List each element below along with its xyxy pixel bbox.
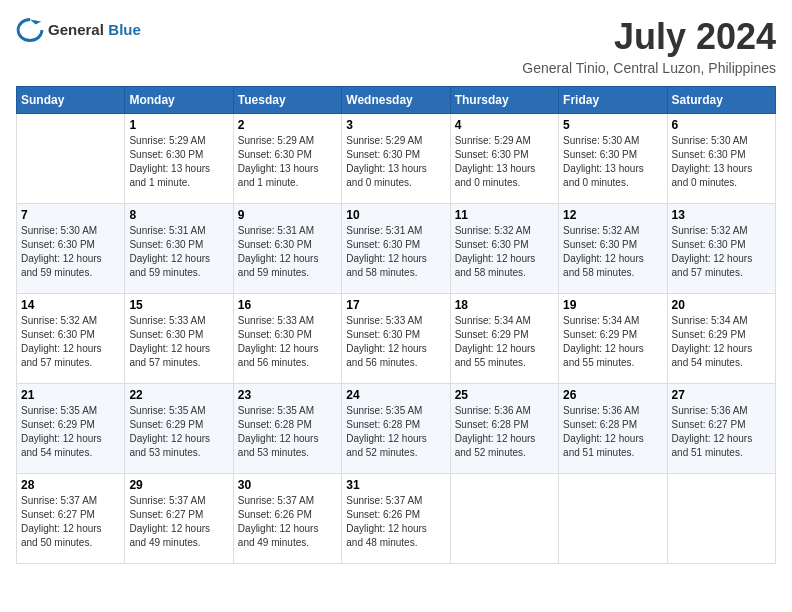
calendar-cell bbox=[450, 474, 558, 564]
cell-info: Sunrise: 5:31 AMSunset: 6:30 PMDaylight:… bbox=[238, 224, 337, 280]
calendar-cell: 11 Sunrise: 5:32 AMSunset: 6:30 PMDaylig… bbox=[450, 204, 558, 294]
calendar-table: SundayMondayTuesdayWednesdayThursdayFrid… bbox=[16, 86, 776, 564]
calendar-cell: 23 Sunrise: 5:35 AMSunset: 6:28 PMDaylig… bbox=[233, 384, 341, 474]
day-header-monday: Monday bbox=[125, 87, 233, 114]
day-number: 10 bbox=[346, 208, 445, 222]
calendar-cell: 15 Sunrise: 5:33 AMSunset: 6:30 PMDaylig… bbox=[125, 294, 233, 384]
day-number: 28 bbox=[21, 478, 120, 492]
cell-info: Sunrise: 5:33 AMSunset: 6:30 PMDaylight:… bbox=[129, 314, 228, 370]
calendar-cell: 3 Sunrise: 5:29 AMSunset: 6:30 PMDayligh… bbox=[342, 114, 450, 204]
calendar-cell bbox=[559, 474, 667, 564]
calendar-cell: 14 Sunrise: 5:32 AMSunset: 6:30 PMDaylig… bbox=[17, 294, 125, 384]
day-number: 8 bbox=[129, 208, 228, 222]
day-number: 13 bbox=[672, 208, 771, 222]
week-row-1: 1 Sunrise: 5:29 AMSunset: 6:30 PMDayligh… bbox=[17, 114, 776, 204]
day-number: 16 bbox=[238, 298, 337, 312]
cell-info: Sunrise: 5:29 AMSunset: 6:30 PMDaylight:… bbox=[346, 134, 445, 190]
cell-info: Sunrise: 5:30 AMSunset: 6:30 PMDaylight:… bbox=[672, 134, 771, 190]
location-subtitle: General Tinio, Central Luzon, Philippine… bbox=[522, 60, 776, 76]
cell-info: Sunrise: 5:37 AMSunset: 6:26 PMDaylight:… bbox=[346, 494, 445, 550]
calendar-cell: 16 Sunrise: 5:33 AMSunset: 6:30 PMDaylig… bbox=[233, 294, 341, 384]
cell-info: Sunrise: 5:37 AMSunset: 6:26 PMDaylight:… bbox=[238, 494, 337, 550]
day-number: 24 bbox=[346, 388, 445, 402]
day-header-saturday: Saturday bbox=[667, 87, 775, 114]
cell-info: Sunrise: 5:35 AMSunset: 6:29 PMDaylight:… bbox=[129, 404, 228, 460]
page-header: General Blue July 2024 General Tinio, Ce… bbox=[16, 16, 776, 76]
cell-info: Sunrise: 5:37 AMSunset: 6:27 PMDaylight:… bbox=[21, 494, 120, 550]
cell-info: Sunrise: 5:32 AMSunset: 6:30 PMDaylight:… bbox=[455, 224, 554, 280]
calendar-cell: 31 Sunrise: 5:37 AMSunset: 6:26 PMDaylig… bbox=[342, 474, 450, 564]
day-number: 31 bbox=[346, 478, 445, 492]
day-number: 7 bbox=[21, 208, 120, 222]
day-number: 17 bbox=[346, 298, 445, 312]
calendar-cell: 9 Sunrise: 5:31 AMSunset: 6:30 PMDayligh… bbox=[233, 204, 341, 294]
calendar-cell: 6 Sunrise: 5:30 AMSunset: 6:30 PMDayligh… bbox=[667, 114, 775, 204]
day-header-row: SundayMondayTuesdayWednesdayThursdayFrid… bbox=[17, 87, 776, 114]
day-number: 19 bbox=[563, 298, 662, 312]
day-number: 5 bbox=[563, 118, 662, 132]
calendar-cell: 8 Sunrise: 5:31 AMSunset: 6:30 PMDayligh… bbox=[125, 204, 233, 294]
calendar-cell bbox=[667, 474, 775, 564]
day-number: 4 bbox=[455, 118, 554, 132]
day-number: 25 bbox=[455, 388, 554, 402]
cell-info: Sunrise: 5:29 AMSunset: 6:30 PMDaylight:… bbox=[455, 134, 554, 190]
cell-info: Sunrise: 5:35 AMSunset: 6:28 PMDaylight:… bbox=[238, 404, 337, 460]
calendar-cell: 20 Sunrise: 5:34 AMSunset: 6:29 PMDaylig… bbox=[667, 294, 775, 384]
logo-general: General bbox=[48, 21, 104, 38]
calendar-cell: 18 Sunrise: 5:34 AMSunset: 6:29 PMDaylig… bbox=[450, 294, 558, 384]
day-number: 30 bbox=[238, 478, 337, 492]
calendar-cell: 2 Sunrise: 5:29 AMSunset: 6:30 PMDayligh… bbox=[233, 114, 341, 204]
day-number: 21 bbox=[21, 388, 120, 402]
cell-info: Sunrise: 5:32 AMSunset: 6:30 PMDaylight:… bbox=[563, 224, 662, 280]
day-header-wednesday: Wednesday bbox=[342, 87, 450, 114]
cell-info: Sunrise: 5:36 AMSunset: 6:28 PMDaylight:… bbox=[455, 404, 554, 460]
calendar-cell: 29 Sunrise: 5:37 AMSunset: 6:27 PMDaylig… bbox=[125, 474, 233, 564]
day-number: 3 bbox=[346, 118, 445, 132]
week-row-5: 28 Sunrise: 5:37 AMSunset: 6:27 PMDaylig… bbox=[17, 474, 776, 564]
cell-info: Sunrise: 5:34 AMSunset: 6:29 PMDaylight:… bbox=[672, 314, 771, 370]
calendar-cell: 21 Sunrise: 5:35 AMSunset: 6:29 PMDaylig… bbox=[17, 384, 125, 474]
day-header-tuesday: Tuesday bbox=[233, 87, 341, 114]
day-number: 11 bbox=[455, 208, 554, 222]
cell-info: Sunrise: 5:30 AMSunset: 6:30 PMDaylight:… bbox=[563, 134, 662, 190]
calendar-cell: 30 Sunrise: 5:37 AMSunset: 6:26 PMDaylig… bbox=[233, 474, 341, 564]
calendar-cell: 22 Sunrise: 5:35 AMSunset: 6:29 PMDaylig… bbox=[125, 384, 233, 474]
cell-info: Sunrise: 5:32 AMSunset: 6:30 PMDaylight:… bbox=[672, 224, 771, 280]
logo-blue: Blue bbox=[108, 21, 141, 38]
cell-info: Sunrise: 5:32 AMSunset: 6:30 PMDaylight:… bbox=[21, 314, 120, 370]
calendar-cell: 26 Sunrise: 5:36 AMSunset: 6:28 PMDaylig… bbox=[559, 384, 667, 474]
calendar-cell: 12 Sunrise: 5:32 AMSunset: 6:30 PMDaylig… bbox=[559, 204, 667, 294]
day-number: 9 bbox=[238, 208, 337, 222]
calendar-cell: 28 Sunrise: 5:37 AMSunset: 6:27 PMDaylig… bbox=[17, 474, 125, 564]
day-number: 14 bbox=[21, 298, 120, 312]
cell-info: Sunrise: 5:29 AMSunset: 6:30 PMDaylight:… bbox=[238, 134, 337, 190]
day-header-sunday: Sunday bbox=[17, 87, 125, 114]
month-year-title: July 2024 bbox=[522, 16, 776, 58]
cell-info: Sunrise: 5:36 AMSunset: 6:28 PMDaylight:… bbox=[563, 404, 662, 460]
day-number: 1 bbox=[129, 118, 228, 132]
calendar-cell: 5 Sunrise: 5:30 AMSunset: 6:30 PMDayligh… bbox=[559, 114, 667, 204]
calendar-cell: 19 Sunrise: 5:34 AMSunset: 6:29 PMDaylig… bbox=[559, 294, 667, 384]
day-number: 15 bbox=[129, 298, 228, 312]
calendar-cell: 24 Sunrise: 5:35 AMSunset: 6:28 PMDaylig… bbox=[342, 384, 450, 474]
calendar-cell: 13 Sunrise: 5:32 AMSunset: 6:30 PMDaylig… bbox=[667, 204, 775, 294]
week-row-2: 7 Sunrise: 5:30 AMSunset: 6:30 PMDayligh… bbox=[17, 204, 776, 294]
day-header-friday: Friday bbox=[559, 87, 667, 114]
day-header-thursday: Thursday bbox=[450, 87, 558, 114]
logo-text: General Blue bbox=[48, 21, 141, 39]
cell-info: Sunrise: 5:37 AMSunset: 6:27 PMDaylight:… bbox=[129, 494, 228, 550]
week-row-4: 21 Sunrise: 5:35 AMSunset: 6:29 PMDaylig… bbox=[17, 384, 776, 474]
cell-info: Sunrise: 5:29 AMSunset: 6:30 PMDaylight:… bbox=[129, 134, 228, 190]
cell-info: Sunrise: 5:36 AMSunset: 6:27 PMDaylight:… bbox=[672, 404, 771, 460]
calendar-cell: 17 Sunrise: 5:33 AMSunset: 6:30 PMDaylig… bbox=[342, 294, 450, 384]
calendar-cell: 4 Sunrise: 5:29 AMSunset: 6:30 PMDayligh… bbox=[450, 114, 558, 204]
day-number: 6 bbox=[672, 118, 771, 132]
logo-icon bbox=[16, 16, 44, 44]
cell-info: Sunrise: 5:35 AMSunset: 6:29 PMDaylight:… bbox=[21, 404, 120, 460]
day-number: 23 bbox=[238, 388, 337, 402]
calendar-cell: 1 Sunrise: 5:29 AMSunset: 6:30 PMDayligh… bbox=[125, 114, 233, 204]
calendar-cell: 25 Sunrise: 5:36 AMSunset: 6:28 PMDaylig… bbox=[450, 384, 558, 474]
day-number: 12 bbox=[563, 208, 662, 222]
calendar-cell: 10 Sunrise: 5:31 AMSunset: 6:30 PMDaylig… bbox=[342, 204, 450, 294]
day-number: 26 bbox=[563, 388, 662, 402]
